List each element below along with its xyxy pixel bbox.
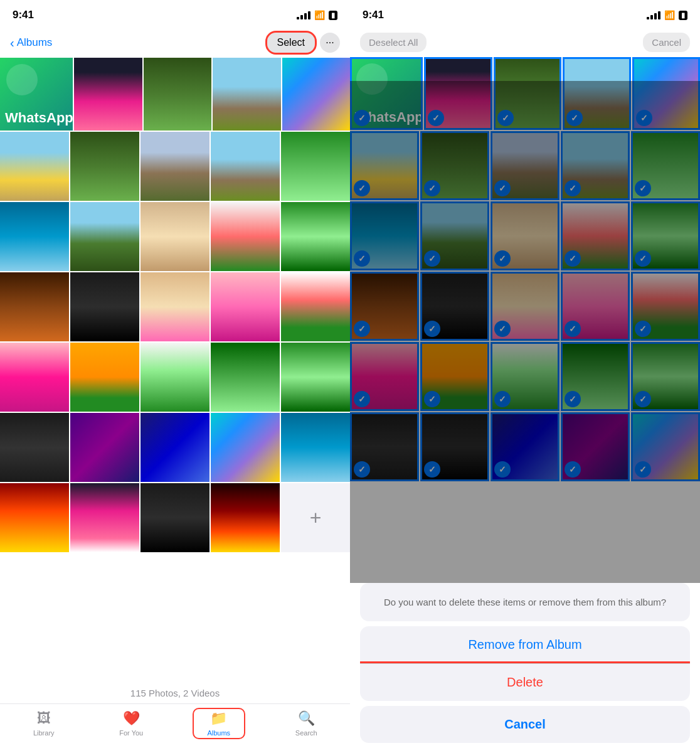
signal-icon bbox=[297, 11, 310, 19]
action-sheet-overlay: Do you want to delete these items or rem… bbox=[350, 583, 700, 753]
photo-thumb-29[interactable] bbox=[281, 413, 350, 482]
time-left: 9:41 bbox=[13, 9, 34, 21]
search-tab-icon: 🔍 bbox=[298, 710, 315, 727]
photo-thumb-9[interactable] bbox=[281, 132, 350, 201]
photo-thumb-10[interactable] bbox=[0, 202, 69, 271]
album-title-cell: WhatsApp bbox=[0, 58, 73, 131]
tab-foryou[interactable]: ❤️ For You bbox=[106, 710, 156, 737]
more-button[interactable]: ··· bbox=[320, 33, 340, 53]
photo-thumb-2[interactable] bbox=[144, 58, 212, 131]
select-button[interactable]: Select bbox=[267, 33, 315, 53]
foryou-tab-label: For You bbox=[119, 729, 143, 737]
photo-thumb-13[interactable] bbox=[211, 202, 280, 271]
time-right: 9:41 bbox=[363, 9, 384, 21]
photo-thumb-23[interactable] bbox=[211, 343, 280, 412]
photo-thumb-11[interactable] bbox=[70, 202, 139, 271]
photo-thumb-25[interactable] bbox=[0, 413, 69, 482]
photo-thumb-4[interactable] bbox=[282, 58, 351, 131]
photo-thumb-20[interactable] bbox=[0, 343, 69, 412]
tab-search[interactable]: 🔍 Search bbox=[281, 710, 331, 737]
photo-thumb-32[interactable] bbox=[141, 483, 209, 552]
photo-thumb-16[interactable] bbox=[70, 272, 139, 341]
status-icons-right: 📶 ▮ bbox=[647, 10, 687, 20]
back-label: Albums bbox=[17, 36, 53, 49]
library-tab-label: Library bbox=[33, 729, 55, 737]
action-sheet-message: Do you want to delete these items or rem… bbox=[360, 583, 690, 621]
delete-button[interactable]: Delete bbox=[360, 663, 690, 701]
tab-albums[interactable]: 📁 Albums bbox=[194, 709, 244, 738]
tab-bar-left: 🖼 Library ❤️ For You 📁 Albums 🔍 Search bbox=[0, 703, 350, 753]
tab-library[interactable]: 🖼 Library bbox=[19, 710, 69, 737]
photo-thumb-1[interactable] bbox=[74, 58, 142, 131]
photo-thumb-31[interactable] bbox=[70, 483, 139, 552]
photo-thumb-6[interactable] bbox=[70, 132, 139, 201]
right-grid-area: WhatsApp bbox=[350, 57, 700, 753]
action-sheet-buttons: Remove from Album Delete bbox=[360, 626, 690, 701]
photo-thumb-14[interactable] bbox=[281, 202, 350, 271]
cancel-nav-button[interactable]: Cancel bbox=[643, 33, 690, 52]
photo-thumb-19[interactable] bbox=[281, 272, 350, 341]
photo-count: 115 Photos, 2 Videos bbox=[0, 681, 350, 703]
whatsapp-header-row: WhatsApp bbox=[0, 58, 350, 131]
foryou-tab-icon: ❤️ bbox=[123, 710, 140, 727]
nav-actions: Select ··· bbox=[267, 33, 340, 53]
add-icon: + bbox=[310, 506, 322, 530]
status-bar-right: 9:41 📶 ▮ bbox=[350, 0, 700, 26]
wifi-icon-right: 📶 bbox=[664, 10, 675, 20]
battery-icon: ▮ bbox=[329, 11, 337, 20]
add-photos-cell[interactable]: + bbox=[281, 483, 350, 552]
photo-thumb-5[interactable] bbox=[0, 132, 69, 201]
photo-thumb-24[interactable] bbox=[281, 343, 350, 412]
action-sheet: Do you want to delete these items or rem… bbox=[350, 583, 700, 753]
cancel-action-button[interactable]: Cancel bbox=[360, 706, 690, 743]
left-panel: 9:41 📶 ▮ ‹ Albums Select ··· bbox=[0, 0, 350, 753]
photo-thumb-30[interactable] bbox=[0, 483, 69, 552]
photo-thumb-15[interactable] bbox=[0, 272, 69, 341]
photo-thumb-7[interactable] bbox=[141, 132, 209, 201]
remove-from-album-button[interactable]: Remove from Album bbox=[360, 626, 690, 663]
chevron-left-icon: ‹ bbox=[10, 36, 14, 50]
album-title: WhatsApp bbox=[5, 110, 73, 125]
grid-row-6 bbox=[0, 413, 350, 482]
status-bar-left: 9:41 📶 ▮ bbox=[0, 0, 350, 26]
library-tab-icon: 🖼 bbox=[37, 710, 51, 727]
signal-icon-right bbox=[647, 11, 660, 19]
right-panel: 9:41 📶 ▮ Deselect All Cancel WhatsApp bbox=[350, 0, 700, 753]
photo-thumb-28[interactable] bbox=[211, 413, 280, 482]
albums-tab-label: Albums bbox=[207, 729, 230, 737]
photo-thumb-17[interactable] bbox=[141, 272, 209, 341]
photo-thumb-27[interactable] bbox=[141, 413, 209, 482]
deselect-all-button[interactable]: Deselect All bbox=[360, 33, 427, 52]
photo-thumb-33[interactable] bbox=[211, 483, 280, 552]
photo-grid-left: WhatsApp bbox=[0, 58, 350, 681]
overlay-dim bbox=[350, 81, 700, 583]
photo-thumb-22[interactable] bbox=[141, 343, 209, 412]
status-icons-left: 📶 ▮ bbox=[297, 10, 337, 20]
grid-row-3 bbox=[0, 202, 350, 271]
photo-thumb-18[interactable] bbox=[211, 272, 280, 341]
photo-thumb-12[interactable] bbox=[141, 202, 209, 271]
wifi-icon: 📶 bbox=[314, 10, 325, 20]
photo-thumb-26[interactable] bbox=[70, 413, 139, 482]
grid-row-4 bbox=[0, 272, 350, 341]
photo-thumb-8[interactable] bbox=[211, 132, 280, 201]
bg-decoration bbox=[6, 64, 38, 95]
grid-row-2 bbox=[0, 132, 350, 201]
grid-row-5 bbox=[0, 343, 350, 412]
search-tab-label: Search bbox=[295, 729, 317, 737]
photo-thumb-3[interactable] bbox=[213, 58, 281, 131]
photo-thumb-21[interactable] bbox=[70, 343, 139, 412]
grid-row-7: + bbox=[0, 483, 350, 552]
back-button[interactable]: ‹ Albums bbox=[10, 36, 52, 50]
albums-tab-icon: 📁 bbox=[210, 710, 227, 727]
battery-icon-right: ▮ bbox=[679, 11, 687, 20]
